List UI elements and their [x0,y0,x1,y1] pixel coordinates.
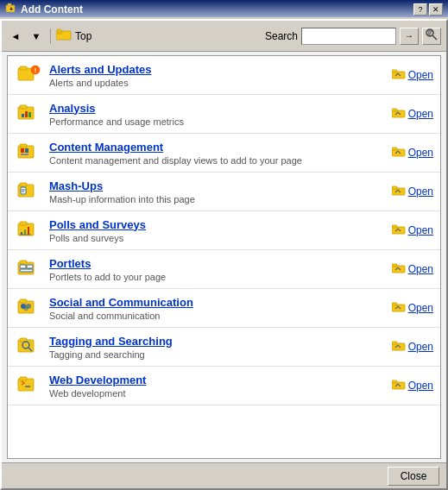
polls-open-link[interactable]: Open [392,224,433,237]
open-folder-icon [392,69,406,82]
svg-rect-12 [20,66,27,70]
tagging-text: Tagging and Searching Tagging and search… [49,335,385,360]
social-desc: Social and communication [49,311,385,321]
window-title: Add Content [21,3,83,16]
svg-rect-54 [20,299,27,303]
close-button[interactable]: Close [388,467,439,486]
social-title: Social and Communication [49,296,385,309]
back-icon: ◄ [11,31,21,41]
open-folder-icon [392,147,406,160]
analysis-text: Analysis Performance and usage metrics [49,102,385,127]
list-item[interactable]: Analysis Performance and usage metrics O… [8,95,440,134]
svg-rect-37 [392,186,397,189]
tagging-title: Tagging and Searching [49,335,385,348]
social-text: Social and Communication Social and comm… [49,296,385,321]
list-item[interactable]: Web Development Web development Open [8,367,440,405]
content-management-title: Content Management [49,141,385,154]
svg-rect-70 [392,380,397,383]
list-item[interactable]: Portlets Portlets to add to your page Op… [8,250,440,289]
list-item[interactable]: Polls and Surveys Polls and surveys Open [8,211,440,250]
svg-rect-33 [21,187,26,194]
folder-icon [56,28,72,43]
search-section: Search → [265,28,441,45]
polls-desc: Polls and surveys [49,233,385,243]
list-item[interactable]: Content Management Content management an… [8,134,440,173]
add-content-icon: + [5,3,17,17]
svg-rect-32 [20,183,27,186]
svg-rect-49 [27,265,33,268]
list-item[interactable]: Social and Communication Social and comm… [8,289,440,328]
svg-rect-5 [57,29,61,32]
content-management-open-link[interactable]: Open [392,147,433,160]
svg-rect-59 [392,303,397,305]
svg-rect-19 [22,114,24,117]
mashups-desc: Mash-up information into this page [49,194,385,204]
svg-text:!: ! [35,67,36,73]
tagging-desc: Tagging and searching [49,349,385,360]
mashups-icon [15,178,42,205]
alerts-text: Alerts and Updates Alerts and updates [49,63,385,88]
toolbar: ◄ ▼ Top Search → [2,21,446,52]
webdev-text: Web Development Web development [49,374,385,399]
list-item[interactable]: ! Alerts and Updates Alerts and updates … [8,56,440,95]
location-box: Top [56,28,91,43]
list-item[interactable]: Mash-Ups Mash-up information into this p… [8,173,440,211]
webdev-icon [15,372,42,399]
svg-rect-48 [20,265,26,268]
alerts-open-link[interactable]: Open [392,69,433,82]
svg-rect-47 [20,261,27,264]
analysis-icon [15,100,42,128]
svg-rect-52 [392,264,397,267]
svg-rect-39 [20,222,27,225]
portlets-icon [15,255,42,283]
help-button[interactable]: ? [413,3,427,16]
search-go-button[interactable]: → [400,28,419,45]
close-x-button[interactable]: ✕ [429,3,443,16]
svg-rect-18 [20,105,27,109]
alerts-desc: Alerts and updates [49,78,385,88]
tagging-open-link[interactable]: Open [392,341,433,354]
svg-rect-27 [25,148,28,153]
content-management-desc: Content management and display views to … [49,155,385,166]
search-input[interactable] [301,28,396,45]
mashups-title: Mash-Ups [49,179,385,192]
social-icon [15,294,42,322]
dropdown-icon: ▼ [32,31,41,41]
svg-rect-26 [21,148,24,153]
portlets-title: Portlets [49,257,385,270]
content-list: ! Alerts and Updates Alerts and updates … [7,55,441,459]
portlets-desc: Portlets to add to your page [49,272,385,282]
svg-rect-50 [20,269,33,272]
back-button[interactable]: ◄ [7,27,24,46]
analysis-title: Analysis [49,102,385,115]
advanced-search-button[interactable] [422,28,441,45]
search-options-icon [425,28,439,44]
webdev-desc: Web development [49,388,385,399]
list-item[interactable]: Tagging and Searching Tagging and search… [8,328,440,367]
dropdown-button[interactable]: ▼ [28,27,45,46]
webdev-open-link[interactable]: Open [392,380,433,393]
open-folder-icon [392,341,406,354]
location-label: Top [75,30,91,42]
alerts-icon: ! [15,61,42,89]
svg-text:+: + [9,6,13,12]
title-bar: + Add Content ? ✕ [0,0,448,19]
tagging-icon [15,333,42,361]
svg-rect-67 [20,377,27,380]
mashups-open-link[interactable]: Open [392,185,433,198]
social-open-link[interactable]: Open [392,302,433,315]
open-folder-icon [392,224,406,237]
portlets-open-link[interactable]: Open [392,263,433,276]
svg-rect-30 [392,148,397,150]
content-management-icon [15,139,42,166]
svg-rect-23 [392,109,397,111]
open-folder-icon [392,263,406,276]
footer: Close [2,462,446,488]
svg-rect-21 [28,112,31,117]
analysis-open-link[interactable]: Open [392,108,433,121]
svg-rect-16 [392,70,397,72]
svg-rect-65 [392,342,397,344]
alerts-title: Alerts and Updates [49,63,385,76]
polls-text: Polls and Surveys Polls and surveys [49,218,385,243]
go-arrow-icon: → [405,31,413,41]
